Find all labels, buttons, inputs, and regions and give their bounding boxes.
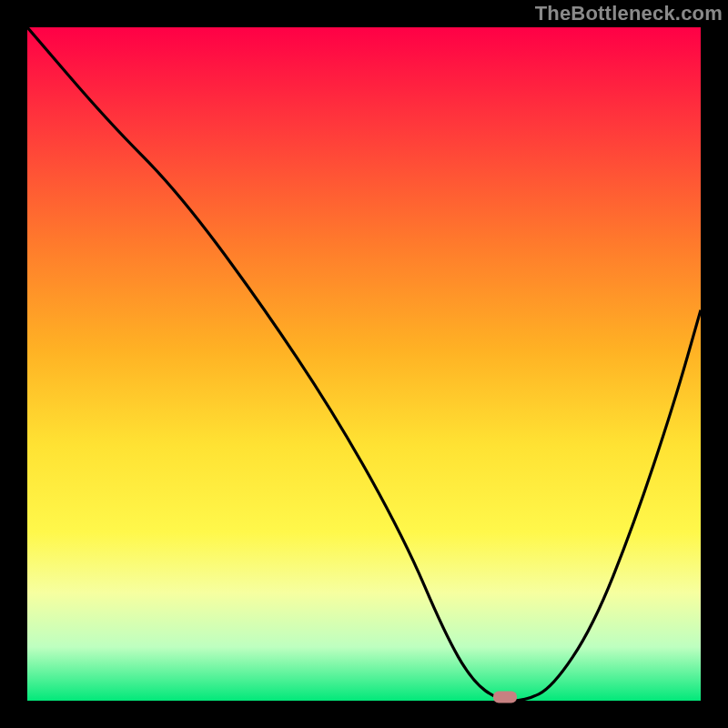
selection-marker[interactable] [493,692,517,703]
chart-container: TheBottleneck.com [0,0,728,728]
watermark-text: TheBottleneck.com [535,2,723,25]
bottleneck-curve [27,27,701,701]
plot-frame [27,27,701,701]
